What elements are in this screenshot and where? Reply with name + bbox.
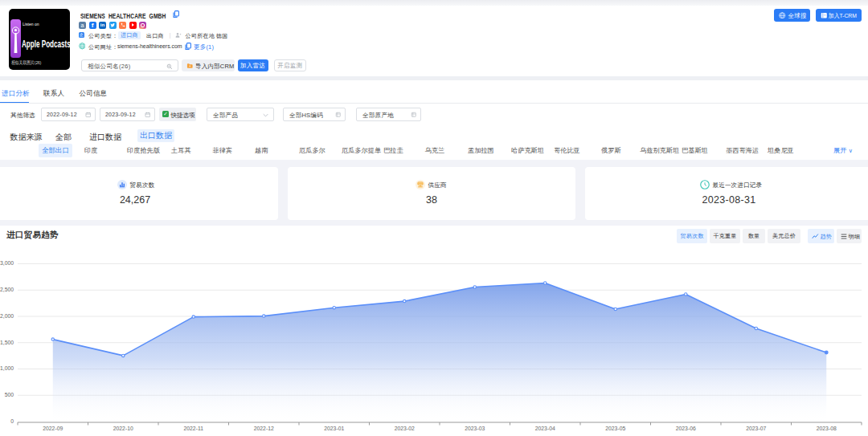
svg-text:2023-04: 2023-04 <box>535 426 555 431</box>
svg-text:2023-08: 2023-08 <box>817 426 837 431</box>
svg-text:2023-02: 2023-02 <box>395 426 415 431</box>
svg-text:2023-01: 2023-01 <box>324 426 344 431</box>
svg-text:1,000: 1,000 <box>0 365 14 371</box>
svg-text:2023-05: 2023-05 <box>605 426 625 431</box>
svg-text:2023-03: 2023-03 <box>465 426 485 431</box>
svg-text:2022-10: 2022-10 <box>113 426 133 431</box>
svg-text:2023-06: 2023-06 <box>676 426 696 431</box>
svg-text:2022-09: 2022-09 <box>43 426 63 431</box>
svg-text:2,500: 2,500 <box>0 287 14 292</box>
svg-text:0: 0 <box>10 418 14 424</box>
svg-text:1,500: 1,500 <box>0 340 14 345</box>
svg-text:2022-11: 2022-11 <box>184 426 204 431</box>
svg-text:500: 500 <box>5 392 14 397</box>
svg-text:3,000: 3,000 <box>0 260 14 266</box>
svg-text:2023-07: 2023-07 <box>746 426 766 431</box>
svg-text:2,000: 2,000 <box>0 313 14 319</box>
svg-text:2022-12: 2022-12 <box>254 426 274 431</box>
